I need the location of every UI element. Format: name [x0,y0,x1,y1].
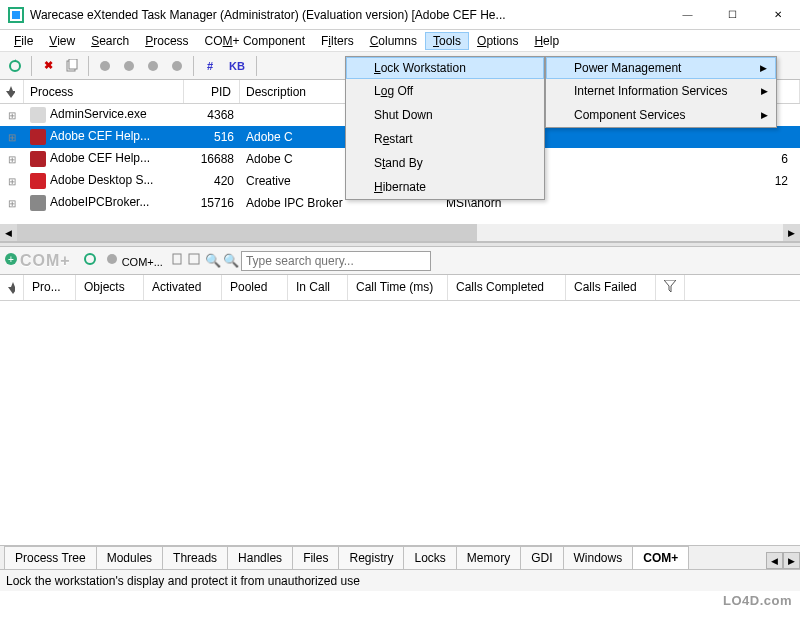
gear3-button[interactable] [142,55,164,77]
pin-column[interactable] [0,80,24,103]
gear4-button[interactable] [166,55,188,77]
complus-title: COM+ [20,252,71,270]
tab-scroll-right[interactable]: ▶ [783,552,800,569]
horizontal-scrollbar[interactable]: ◀ ▶ [0,224,800,241]
menu-item-log-off[interactable]: Log Off [346,79,544,103]
tab-memory[interactable]: Memory [456,546,521,569]
tab-locks[interactable]: Locks [403,546,456,569]
tab-registry[interactable]: Registry [338,546,404,569]
scroll-left-icon[interactable]: ◀ [0,224,17,241]
statusbar: Lock the workstation's display and prote… [0,569,800,591]
tab-process-tree[interactable]: Process Tree [4,546,97,569]
complus-copy-button[interactable] [171,252,185,269]
minimize-button[interactable]: — [665,0,710,29]
gear1-button[interactable] [94,55,116,77]
app-icon [8,7,24,23]
menu-item-power-management[interactable]: Power Management▶ [546,57,776,79]
menu-item-lock-workstation[interactable]: Lock Workstation [346,57,544,79]
toolbar-separator [88,56,89,76]
bottom-tabs: Process TreeModulesThreadsHandlesFilesRe… [0,545,800,569]
tools-power-menu: Lock WorkstationLog OffShut DownRestartS… [345,56,545,200]
scroll-right-icon[interactable]: ▶ [783,224,800,241]
menu-file[interactable]: File [6,32,41,50]
expand-icon[interactable]: ⊞ [0,132,24,143]
svg-rect-5 [69,59,77,69]
complus-add-button[interactable]: + [4,252,18,269]
menu-com-component[interactable]: COM+ Component [197,32,313,50]
svg-point-6 [100,61,110,71]
tools-menu: Power Management▶Internet Information Se… [545,56,777,128]
column-pooled[interactable]: Pooled [222,275,288,300]
column-activated[interactable]: Activated [144,275,222,300]
maximize-button[interactable]: ☐ [710,0,755,29]
tab-scroll-left[interactable]: ◀ [766,552,783,569]
menu-item-internet-information-services[interactable]: Internet Information Services▶ [546,79,776,103]
tab-handles[interactable]: Handles [227,546,293,569]
toolbar-separator [31,56,32,76]
complus-table: Pro... Objects Activated Pooled In Call … [0,275,800,545]
expand-icon[interactable]: ⊞ [0,110,24,121]
menu-item-hibernate[interactable]: Hibernate [346,175,544,199]
svg-point-7 [124,61,134,71]
tab-files[interactable]: Files [292,546,339,569]
toolbar-separator [256,56,257,76]
tab-com-[interactable]: COM+ [632,546,689,569]
svg-point-8 [148,61,158,71]
menu-tools[interactable]: Tools [425,32,469,50]
column-objects[interactable]: Objects [76,275,144,300]
kill-button[interactable]: ✖ [37,55,59,77]
scroll-thumb[interactable] [17,224,477,241]
svg-point-12 [85,254,95,264]
expand-icon[interactable]: ⊞ [0,198,24,209]
complus-search-input[interactable] [241,251,431,271]
close-button[interactable]: ✕ [755,0,800,29]
svg-rect-15 [189,254,199,264]
status-text: Lock the workstation's display and prote… [6,574,360,588]
column-pro[interactable]: Pro... [24,275,76,300]
tab-gdi[interactable]: GDI [520,546,563,569]
find-button[interactable]: 🔍 [205,253,221,268]
svg-point-3 [10,61,20,71]
svg-text:+: + [8,254,14,265]
menu-filters[interactable]: Filters [313,32,362,50]
tab-modules[interactable]: Modules [96,546,163,569]
tab-nav: ◀ ▶ [766,552,800,569]
column-callscompleted[interactable]: Calls Completed [448,275,566,300]
expand-icon[interactable]: ⊞ [0,176,24,187]
complus-paste-button[interactable] [187,252,201,269]
find-next-button[interactable]: 🔍 [223,253,239,268]
column-pid[interactable]: PID [184,80,240,103]
column-calltime[interactable]: Call Time (ms) [348,275,448,300]
hash-button[interactable]: # [199,55,221,77]
refresh-button[interactable] [4,55,26,77]
svg-rect-2 [12,11,20,19]
tab-threads[interactable]: Threads [162,546,228,569]
menu-item-stand-by[interactable]: Stand By [346,151,544,175]
column-process[interactable]: Process [24,80,184,103]
complus-refresh-button[interactable] [83,252,97,269]
menu-view[interactable]: View [41,32,83,50]
menu-help[interactable]: Help [526,32,567,50]
menu-item-restart[interactable]: Restart [346,127,544,151]
column-incall[interactable]: In Call [288,275,348,300]
complus-toolbar: + COM+ COM+... 🔍 🔍 [0,247,800,275]
menu-item-component-services[interactable]: Component Services▶ [546,103,776,127]
watermark: LO4D.com [723,593,792,608]
window-title: Warecase eXtended Task Manager (Administ… [30,8,665,22]
expand-icon[interactable]: ⊞ [0,154,24,165]
gear2-button[interactable] [118,55,140,77]
tab-windows[interactable]: Windows [563,546,634,569]
svg-rect-14 [173,254,181,264]
filter-column[interactable] [656,275,685,300]
menu-options[interactable]: Options [469,32,526,50]
pin-column[interactable] [0,275,24,300]
menu-process[interactable]: Process [137,32,196,50]
menu-columns[interactable]: Columns [362,32,425,50]
complus-icon[interactable]: COM+... [101,252,167,269]
svg-point-13 [107,254,117,264]
copy-button[interactable] [61,55,83,77]
menu-item-shut-down[interactable]: Shut Down [346,103,544,127]
column-callsfailed[interactable]: Calls Failed [566,275,656,300]
menu-search[interactable]: Search [83,32,137,50]
kb-button[interactable]: KB [223,55,251,77]
